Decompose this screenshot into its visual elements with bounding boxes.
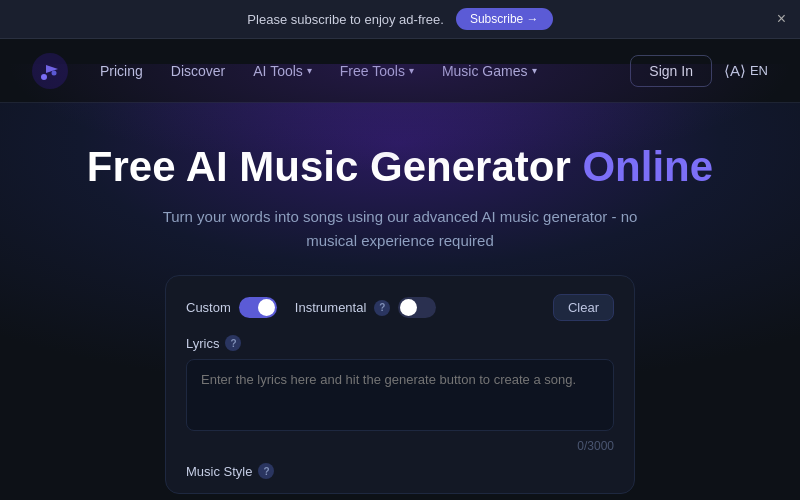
controls-row: Custom Instrumental ? Clear xyxy=(186,294,614,321)
free-tools-chevron-icon: ▾ xyxy=(409,65,414,76)
lyrics-label: Lyrics xyxy=(186,336,219,351)
language-button[interactable]: ⟨A⟩ EN xyxy=(724,62,768,80)
hero-subtitle: Turn your words into songs using our adv… xyxy=(160,205,640,253)
ai-tools-chevron-icon: ▾ xyxy=(307,65,312,76)
controls-left: Custom Instrumental ? xyxy=(186,297,436,318)
clear-button[interactable]: Clear xyxy=(553,294,614,321)
subscribe-button[interactable]: Subscribe → xyxy=(456,8,553,30)
nav-discover[interactable]: Discover xyxy=(171,63,225,79)
nav-pricing[interactable]: Pricing xyxy=(100,63,143,79)
hero-title-highlight: Online xyxy=(582,143,713,190)
music-style-row: Music Style ? xyxy=(186,463,614,479)
instrumental-label: Instrumental xyxy=(295,300,367,315)
close-announcement-button[interactable]: × xyxy=(777,11,786,27)
lyrics-row: Lyrics ? xyxy=(186,335,614,351)
nav-actions: Sign In ⟨A⟩ EN xyxy=(630,55,768,87)
music-style-help-icon[interactable]: ? xyxy=(258,463,274,479)
lyrics-help-icon[interactable]: ? xyxy=(225,335,241,351)
hero-title-text: Free AI Music Generator xyxy=(87,143,571,190)
lyrics-textarea[interactable] xyxy=(186,359,614,431)
instrumental-toggle-group: Instrumental ? xyxy=(295,297,437,318)
announcement-text: Please subscribe to enjoy ad-free. xyxy=(247,12,444,27)
custom-toggle-group: Custom xyxy=(186,297,277,318)
announcement-bar: Please subscribe to enjoy ad-free. Subsc… xyxy=(0,0,800,39)
nav-music-games[interactable]: Music Games ▾ xyxy=(442,63,537,79)
music-style-label: Music Style xyxy=(186,464,252,479)
custom-toggle[interactable] xyxy=(239,297,277,318)
translate-icon: ⟨A⟩ xyxy=(724,62,746,80)
nav-links: Pricing Discover AI Tools ▾ Free Tools ▾… xyxy=(100,63,630,79)
hero-section: Free AI Music Generator Online Turn your… xyxy=(0,103,800,500)
svg-point-2 xyxy=(52,70,57,75)
nav-free-tools[interactable]: Free Tools ▾ xyxy=(340,63,414,79)
svg-point-1 xyxy=(41,74,47,80)
instrumental-toggle[interactable] xyxy=(398,297,436,318)
instrumental-help-icon[interactable]: ? xyxy=(374,300,390,316)
nav-ai-tools[interactable]: AI Tools ▾ xyxy=(253,63,312,79)
hero-title: Free AI Music Generator Online xyxy=(32,143,768,191)
custom-label: Custom xyxy=(186,300,231,315)
instrumental-toggle-knob xyxy=(400,299,417,316)
music-games-chevron-icon: ▾ xyxy=(532,65,537,76)
custom-toggle-knob xyxy=(258,299,275,316)
sign-in-button[interactable]: Sign In xyxy=(630,55,712,87)
char-count: 0/3000 xyxy=(186,439,614,453)
generator-card: Custom Instrumental ? Clear Lyrics xyxy=(165,275,635,494)
logo[interactable] xyxy=(32,53,68,89)
navbar: Pricing Discover AI Tools ▾ Free Tools ▾… xyxy=(0,39,800,103)
logo-icon xyxy=(32,53,68,89)
